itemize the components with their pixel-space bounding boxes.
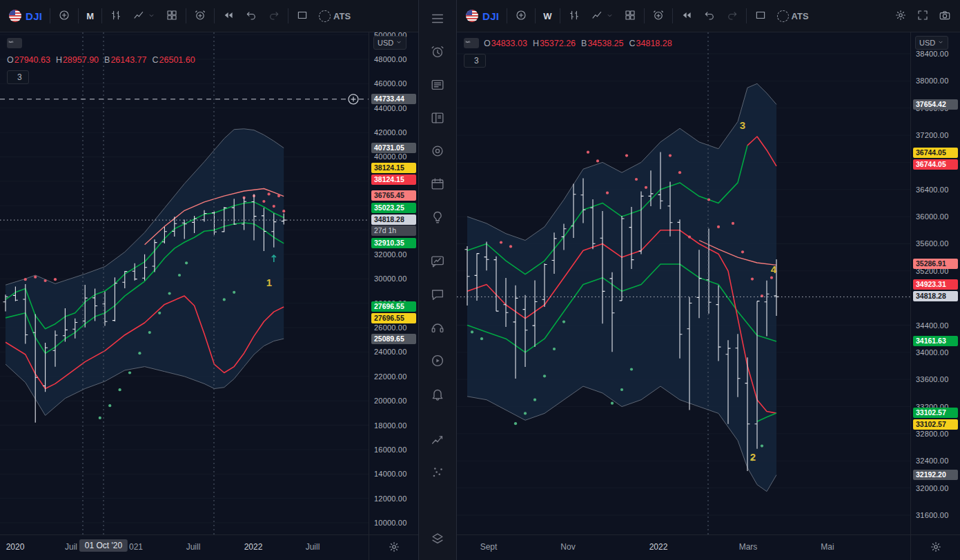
low-label: B: [581, 39, 587, 48]
currency-selector[interactable]: USD: [373, 36, 406, 50]
time-axis-label: Juill: [186, 542, 201, 552]
us-flag-icon: [466, 10, 478, 22]
ats-indicator-button[interactable]: ATS: [314, 7, 355, 26]
symbol-label: DJI: [482, 10, 499, 22]
alarm-plus-icon: [194, 9, 206, 23]
redo-button[interactable]: [263, 6, 285, 27]
side-toolbar: [418, 0, 457, 560]
price-label-green: 33102.57: [913, 408, 958, 418]
bar-style-button[interactable]: [105, 6, 127, 27]
toolbar-separator: [560, 8, 560, 23]
sidebar-notifications-button[interactable]: [424, 380, 451, 409]
price-chart[interactable]: 342: [457, 32, 910, 534]
time-axis-label: Juil: [65, 542, 77, 552]
sidebar-layers-button[interactable]: [424, 525, 451, 554]
sidebar-data-window-button[interactable]: [424, 104, 451, 133]
toolbar-right-group: [890, 6, 956, 27]
price-tick: 34400.00: [916, 321, 948, 330]
undo-button[interactable]: [698, 6, 721, 27]
axis-settings-button[interactable]: [386, 539, 402, 557]
chart-region: 342 O34833.03H35372.26B34538.25C34818.28…: [457, 32, 960, 534]
snapshot-button[interactable]: [934, 6, 956, 27]
camera-icon: [939, 9, 951, 23]
chart-panel-right: DJI W ATS: [457, 0, 960, 560]
grid-icon: [624, 9, 636, 23]
sidebar-alerts-button[interactable]: [424, 38, 451, 67]
toolbar-separator: [535, 8, 536, 23]
compare-add-button[interactable]: [53, 6, 75, 27]
sidebar-news-button[interactable]: [424, 71, 451, 100]
price-scale[interactable]: 50000.0048000.0046000.0044000.0042000.00…: [369, 32, 418, 534]
support-icon: [430, 320, 445, 337]
indicator-count-toggle[interactable]: 3: [7, 70, 29, 84]
svg-text:1: 1: [266, 277, 272, 288]
redo-button[interactable]: [721, 6, 743, 27]
sidebar-chart-chat-button[interactable]: [424, 248, 451, 277]
axis-settings-button[interactable]: [928, 539, 943, 557]
bar-style-button[interactable]: [563, 6, 585, 27]
price-tick: 36400.00: [916, 186, 948, 194]
chart-settings-button[interactable]: [890, 6, 912, 27]
chart-panel-left: DJI M ATS 1: [0, 0, 418, 560]
sidebar-hotlists-button[interactable]: [424, 137, 451, 166]
symbol-button[interactable]: DJI: [4, 6, 47, 26]
interval-button[interactable]: M: [81, 8, 99, 25]
chart-type-button[interactable]: [586, 6, 618, 27]
price-label-green: 34161.63: [913, 336, 958, 346]
chart-canvas[interactable]: 342 O34833.03H35372.26B34538.25C34818.28…: [457, 32, 910, 534]
price-chart[interactable]: 1: [0, 32, 369, 534]
hotlists-icon: [430, 143, 445, 161]
axis-corner: [369, 535, 418, 560]
price-tick: 33600.00: [916, 375, 948, 383]
ideas-icon: [430, 210, 445, 227]
sidebar-ideas-button[interactable]: [424, 203, 451, 232]
ats-indicator-button[interactable]: ATS: [772, 7, 814, 26]
sidebar-calendar-button[interactable]: [424, 170, 451, 199]
price-tick: 42000.00: [374, 128, 406, 137]
symbol-button[interactable]: DJI: [461, 6, 504, 26]
interval-button[interactable]: W: [538, 8, 556, 25]
sidebar-streams-button[interactable]: [424, 347, 451, 376]
alarm-plus-icon: [652, 9, 665, 23]
alert-add-button[interactable]: [647, 6, 669, 27]
price-scale[interactable]: 38400.0038000.0037600.0037200.0036800.00…: [910, 32, 960, 534]
bar-replay-button[interactable]: [217, 6, 239, 27]
sidebar-trend-button[interactable]: [424, 426, 451, 454]
crosshair-date-label: 01 Oct '20: [79, 539, 128, 552]
alert-add-button[interactable]: [189, 6, 211, 27]
price-label-gray: 44733.44: [371, 94, 416, 104]
price-tick: 38000.00: [916, 77, 948, 85]
indicator-count-toggle[interactable]: 3: [464, 54, 486, 68]
sidebar-chat-button[interactable]: [424, 281, 451, 310]
scatter-icon: [430, 465, 445, 482]
rectangle-icon: [296, 9, 308, 23]
sidebar-scatter-button[interactable]: [424, 459, 451, 488]
price-tick: 37200.00: [916, 131, 948, 139]
sidebar-group: [424, 3, 451, 234]
notifications-icon: [430, 386, 445, 403]
toolbar-separator: [186, 8, 186, 23]
time-axis[interactable]: SeptNov2022MarsMai: [457, 534, 960, 560]
currency-selector[interactable]: USD: [915, 36, 948, 50]
open-label: O: [484, 39, 491, 48]
layout-rect-button[interactable]: [291, 6, 313, 27]
multi-layout-button[interactable]: [619, 6, 641, 27]
undo-button[interactable]: [240, 6, 262, 27]
toolbar-separator: [507, 8, 507, 23]
compare-add-button[interactable]: [510, 6, 532, 27]
chart-type-button[interactable]: [128, 6, 160, 27]
low-value: 34538.25: [587, 39, 623, 48]
toolbar-separator: [78, 8, 79, 23]
time-axis[interactable]: 2020Juil01 Oct '20021Juill2022Juill: [0, 534, 418, 560]
redo-icon: [268, 9, 280, 23]
news-icon: [430, 77, 445, 94]
multi-layout-button[interactable]: [161, 6, 183, 27]
layout-rect-button[interactable]: [750, 6, 772, 27]
toolbar-separator: [746, 8, 747, 23]
sidebar-support-button[interactable]: [424, 314, 451, 343]
bar-replay-button[interactable]: [676, 6, 698, 27]
sidebar-watchlist-button[interactable]: [424, 5, 451, 34]
chart-canvas[interactable]: 1 O27940.63H28957.90B26143.77C26501.60 3: [0, 32, 369, 534]
price-tick: 36000.00: [916, 212, 948, 221]
fullscreen-button[interactable]: [912, 6, 934, 27]
